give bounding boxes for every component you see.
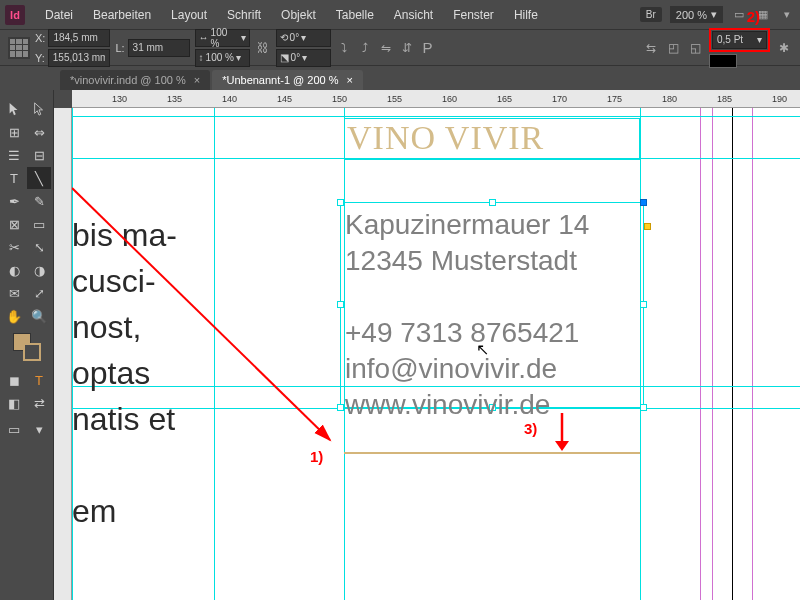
scale-y-field[interactable]: ↕100 %▾ bbox=[195, 49, 250, 67]
tab-vinovivir[interactable]: *vinovivir.indd @ 100 %× bbox=[60, 70, 210, 90]
gradient-swatch-tool[interactable]: ◐ bbox=[2, 259, 26, 281]
body-text-frame[interactable]: bis ma- cusci- nost, optas natis et em bbox=[72, 212, 177, 534]
tab-unbenannt[interactable]: *Unbenannt-1 @ 200 %× bbox=[212, 70, 363, 90]
note-tool[interactable]: ✉ bbox=[2, 282, 26, 304]
select-content-icon[interactable]: ◱ bbox=[687, 40, 703, 56]
zoom-dropdown[interactable]: 200 %▾ bbox=[670, 6, 723, 23]
scale-x-icon: ↔ bbox=[199, 32, 209, 43]
canvas-area: 130135140145150155160165170175180185190 … bbox=[54, 90, 800, 600]
menu-object[interactable]: Objekt bbox=[271, 8, 326, 22]
screen-mode-icon[interactable]: ▭ bbox=[731, 7, 747, 23]
swap-colors-icon[interactable]: ⇄ bbox=[27, 392, 51, 414]
menu-file[interactable]: Datei bbox=[35, 8, 83, 22]
gap-tool[interactable]: ⇔ bbox=[27, 121, 51, 143]
stroke-color-swatch[interactable] bbox=[709, 54, 737, 68]
shear-field[interactable]: ⬔0°▾ bbox=[276, 49, 331, 67]
guide-pink[interactable] bbox=[700, 108, 701, 600]
apply-color-icon[interactable]: ◼ bbox=[2, 369, 26, 391]
document-canvas[interactable]: bis ma- cusci- nost, optas natis et em V… bbox=[72, 108, 800, 600]
chevron-down-icon: ▾ bbox=[711, 8, 717, 21]
gradient-feather-tool[interactable]: ◑ bbox=[27, 259, 51, 281]
pen-tool[interactable]: ✒ bbox=[2, 190, 26, 212]
menu-table[interactable]: Tabelle bbox=[326, 8, 384, 22]
zoom-tool[interactable]: 🔍 bbox=[27, 305, 51, 327]
pencil-tool[interactable]: ✎ bbox=[27, 190, 51, 212]
rotate-icon: ⟲ bbox=[280, 32, 288, 43]
toolbox: ⊞⇔ ☰⊟ T╲ ✒✎ ⊠▭ ✂⤡ ◐◑ ✉⤢ ✋🔍 ◼T ◧⇄ ▭▾ bbox=[0, 90, 54, 600]
type-tool[interactable]: T bbox=[2, 167, 26, 189]
preview-mode-icon[interactable]: ▾ bbox=[27, 418, 51, 440]
text-on-path-icon[interactable]: P bbox=[420, 40, 436, 56]
eyedropper-tool[interactable]: ⤢ bbox=[27, 282, 51, 304]
hand-tool[interactable]: ✋ bbox=[2, 305, 26, 327]
bridge-button[interactable]: Br bbox=[640, 7, 662, 22]
menu-edit[interactable]: Bearbeiten bbox=[83, 8, 161, 22]
rotate-ccw-icon[interactable]: ⤴ bbox=[357, 40, 373, 56]
close-icon[interactable]: × bbox=[194, 74, 200, 86]
line-tool[interactable]: ╲ bbox=[27, 167, 51, 189]
brand-title-frame[interactable]: VINO VIVIR bbox=[344, 118, 640, 160]
color-proxy[interactable] bbox=[2, 333, 51, 361]
frame-handle[interactable] bbox=[337, 301, 344, 308]
flip-v-icon[interactable]: ⇵ bbox=[399, 40, 415, 56]
select-container-icon[interactable]: ◰ bbox=[665, 40, 681, 56]
selection-tool[interactable] bbox=[2, 98, 26, 120]
stroke-weight-field[interactable]: 0,5 Pt▾ bbox=[712, 31, 767, 49]
guide[interactable] bbox=[214, 108, 215, 600]
annotation-2: 2) bbox=[747, 8, 760, 25]
rectangle-tool[interactable]: ▭ bbox=[27, 213, 51, 235]
content-placer-tool[interactable]: ⊟ bbox=[27, 144, 51, 166]
frame-handle[interactable] bbox=[489, 199, 496, 206]
rotation-field[interactable]: ⟲0°▾ bbox=[276, 29, 331, 47]
y-label: Y: bbox=[35, 52, 45, 64]
frame-handle[interactable] bbox=[337, 404, 344, 411]
guide-pink[interactable] bbox=[712, 108, 713, 600]
frame-handle[interactable] bbox=[337, 199, 344, 206]
normal-view-icon[interactable]: ▭ bbox=[2, 418, 26, 440]
effects-icon[interactable]: ✱ bbox=[776, 40, 792, 56]
page-tool[interactable]: ⊞ bbox=[2, 121, 26, 143]
chevron-down-icon: ▾ bbox=[302, 52, 307, 63]
default-colors-icon[interactable]: ◧ bbox=[2, 392, 26, 414]
guide[interactable] bbox=[72, 116, 800, 117]
link-icon[interactable]: ⛓ bbox=[255, 40, 271, 56]
x-label: X: bbox=[35, 32, 45, 44]
reference-point[interactable] bbox=[8, 37, 30, 59]
menubar: Id Datei Bearbeiten Layout Schrift Objek… bbox=[0, 0, 800, 30]
menu-view[interactable]: Ansicht bbox=[384, 8, 443, 22]
menu-layout[interactable]: Layout bbox=[161, 8, 217, 22]
menu-window[interactable]: Fenster bbox=[443, 8, 504, 22]
menu-help[interactable]: Hilfe bbox=[504, 8, 548, 22]
direct-selection-tool[interactable] bbox=[27, 98, 51, 120]
flip-both-icon[interactable]: ⇆ bbox=[643, 40, 659, 56]
length-field[interactable] bbox=[128, 39, 190, 57]
flip-h-icon[interactable]: ⇋ bbox=[378, 40, 394, 56]
free-transform-tool[interactable]: ⤡ bbox=[27, 236, 51, 258]
scale-x-field[interactable]: ↔100 %▾ bbox=[195, 29, 250, 47]
y-field[interactable] bbox=[48, 49, 110, 67]
chevron-down-icon[interactable]: ▾ bbox=[779, 7, 795, 23]
annotation-3: 3) bbox=[524, 420, 537, 437]
menu-type[interactable]: Schrift bbox=[217, 8, 271, 22]
scissors-tool[interactable]: ✂ bbox=[2, 236, 26, 258]
frame-handle-in[interactable] bbox=[640, 199, 647, 206]
drawn-line-object[interactable] bbox=[344, 452, 640, 454]
rotate-cw-icon[interactable]: ⤵ bbox=[336, 40, 352, 56]
content-collector-tool[interactable]: ☰ bbox=[2, 144, 26, 166]
close-icon[interactable]: × bbox=[347, 74, 353, 86]
control-bar: X: Y: L: ↔100 %▾ ↕100 %▾ ⛓ ⟲0°▾ ⬔0°▾ ⤵ ⤴… bbox=[0, 30, 800, 66]
apply-none-icon[interactable]: T bbox=[27, 369, 51, 391]
app-logo: Id bbox=[5, 5, 25, 25]
frame-handle[interactable] bbox=[640, 301, 647, 308]
guide-pink[interactable] bbox=[752, 108, 753, 600]
frame-handle-out[interactable] bbox=[644, 223, 651, 230]
annotation-1: 1) bbox=[310, 448, 323, 465]
contact-text-frame[interactable]: Kapuzinermauer 14 12345 Musterstadt +49 … bbox=[340, 202, 644, 408]
l-label: L: bbox=[115, 42, 124, 54]
frame-handle[interactable] bbox=[640, 404, 647, 411]
chevron-down-icon: ▾ bbox=[241, 32, 246, 43]
x-field[interactable] bbox=[48, 29, 110, 47]
rectangle-frame-tool[interactable]: ⊠ bbox=[2, 213, 26, 235]
document-tabs: *vinovivir.indd @ 100 %× *Unbenannt-1 @ … bbox=[0, 66, 800, 90]
shear-icon: ⬔ bbox=[280, 52, 289, 63]
